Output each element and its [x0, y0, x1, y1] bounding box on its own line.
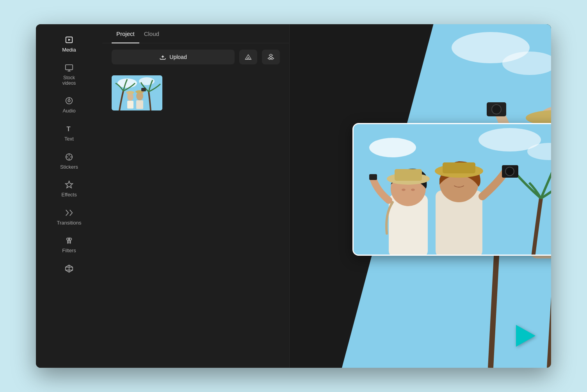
content-panel: Project Cloud Upload: [102, 24, 290, 368]
media-thumbnail-beach[interactable]: [112, 75, 162, 110]
filters-icon: [64, 235, 75, 246]
tab-cloud[interactable]: Cloud: [139, 24, 164, 43]
svg-text:T: T: [67, 125, 71, 132]
sidebar: Media Stock videos Audio T Text Stickers: [36, 24, 102, 368]
effects-icon: [64, 179, 75, 190]
media-grid: [102, 71, 289, 115]
upload-area: Upload: [102, 43, 289, 71]
preview-card-svg: [354, 124, 551, 256]
svg-rect-30: [127, 101, 133, 109]
svg-rect-39: [141, 88, 146, 91]
svg-point-58: [402, 189, 406, 191]
preview-card: [352, 123, 551, 256]
svg-point-59: [411, 189, 415, 191]
sidebar-item-transitions[interactable]: Transitions: [36, 203, 102, 230]
svg-point-16: [69, 238, 72, 241]
sidebar-item-label: Stickers: [60, 164, 78, 170]
sidebar-item-label: Filters: [62, 248, 76, 254]
sidebar-item-filters[interactable]: Filters: [36, 231, 102, 258]
sidebar-item-text[interactable]: T Text: [36, 119, 102, 146]
upload-icon: [159, 53, 166, 61]
transitions-icon: [64, 207, 75, 218]
app-window: Media Stock videos Audio T Text Stickers: [36, 24, 551, 368]
upload-button[interactable]: Upload: [112, 50, 235, 64]
sidebar-item-label: Text: [64, 136, 74, 142]
google-drive-icon: [245, 53, 252, 61]
sidebar-item-audio[interactable]: Audio: [36, 91, 102, 118]
cursor-triangle: [516, 325, 535, 347]
svg-marker-14: [66, 181, 73, 188]
svg-rect-57: [369, 174, 377, 180]
sidebar-item-media[interactable]: Media: [36, 30, 102, 57]
sidebar-item-stickers[interactable]: Stickers: [36, 148, 102, 174]
stickers-icon: [64, 151, 75, 162]
svg-point-6: [68, 100, 70, 102]
svg-rect-2: [66, 64, 73, 69]
sidebar-item-label: Audio: [62, 108, 75, 114]
sidebar-item-stock-videos[interactable]: Stock videos: [36, 59, 102, 90]
sidebar-item-label: Media: [62, 47, 76, 53]
svg-point-65: [505, 167, 514, 176]
text-icon: T: [64, 123, 75, 134]
svg-point-17: [68, 241, 70, 243]
svg-rect-56: [395, 169, 422, 181]
svg-point-48: [492, 105, 501, 114]
sidebar-item-label: Transitions: [57, 220, 81, 226]
preview-area: [290, 24, 551, 368]
sidebar-item-label: Effects: [61, 192, 77, 198]
google-drive-button[interactable]: [239, 50, 257, 64]
dropbox-icon: [267, 53, 274, 61]
stock-icon: [64, 62, 75, 73]
tabs: Project Cloud: [102, 24, 289, 43]
svg-point-15: [67, 238, 69, 241]
svg-point-50: [369, 138, 416, 157]
svg-marker-1: [68, 39, 71, 41]
panel-row: Project Cloud Upload: [102, 24, 551, 368]
svg-rect-63: [443, 162, 475, 173]
svg-rect-33: [136, 100, 143, 109]
media-icon: [64, 34, 75, 45]
3d-icon: [64, 263, 75, 274]
beach-thumbnail-svg: [112, 75, 162, 110]
audio-icon: [64, 95, 75, 106]
sidebar-item-3d[interactable]: [36, 259, 102, 278]
sidebar-item-label: Stock videos: [62, 75, 76, 86]
upload-label: Upload: [169, 54, 187, 60]
tab-project[interactable]: Project: [112, 24, 139, 43]
dropbox-button[interactable]: [262, 50, 280, 64]
sidebar-item-effects[interactable]: Effects: [36, 175, 102, 202]
